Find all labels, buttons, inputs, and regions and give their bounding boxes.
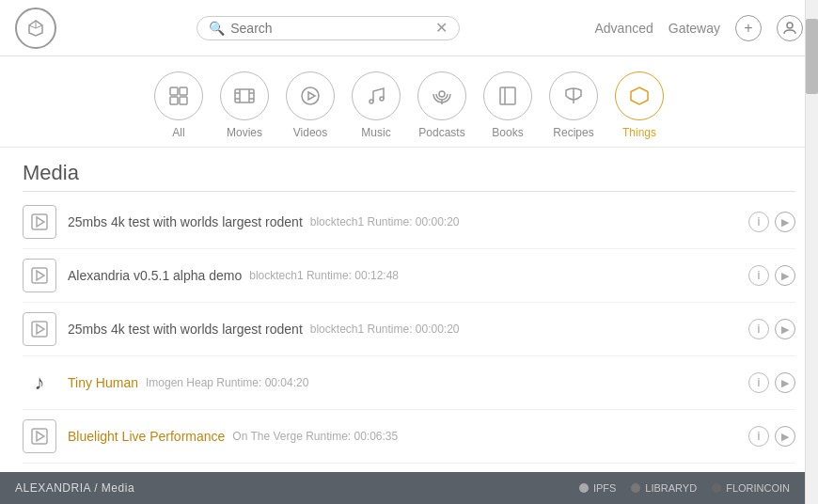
category-icon-things xyxy=(615,71,664,120)
category-item-music[interactable]: Music xyxy=(348,71,404,139)
status-indicator-florincoin: FLORINCOIN xyxy=(712,482,790,494)
svg-point-15 xyxy=(380,97,384,101)
category-item-things[interactable]: Things xyxy=(611,71,668,139)
svg-point-14 xyxy=(370,100,373,103)
svg-rect-5 xyxy=(235,89,254,102)
category-label-movies: Movies xyxy=(227,126,262,139)
category-label-videos: Videos xyxy=(293,126,327,139)
category-icon-all xyxy=(154,71,203,120)
svg-rect-4 xyxy=(180,97,187,104)
category-icon-movies xyxy=(220,71,269,120)
media-item: ♪Tiny HumanImogen Heap Runtime: 00:04:20… xyxy=(23,356,795,410)
status-indicator-libraryd: LIBRARYD xyxy=(631,482,697,494)
status-indicator-ipfs: IPFS xyxy=(579,482,616,494)
info-button[interactable]: i xyxy=(748,319,769,339)
media-icon-music: ♪ xyxy=(23,366,56,400)
svg-marker-20 xyxy=(631,87,648,104)
search-area: 🔍 ✕ xyxy=(62,16,594,40)
media-item: 25mbs 4k test with worlds largest rodent… xyxy=(23,196,795,249)
media-title: Bluelight Live Performance xyxy=(68,429,225,444)
media-meta: On The Verge Runtime: 00:06:35 xyxy=(232,430,398,443)
category-label-things: Things xyxy=(622,126,656,139)
header: 🔍 ✕ Advanced Gateway + xyxy=(0,0,818,56)
status-indicator-label: FLORINCOIN xyxy=(726,482,790,494)
media-list: 25mbs 4k test with worlds largest rodent… xyxy=(23,196,795,474)
breadcrumb: ALEXANDRIA / Media xyxy=(15,481,579,495)
media-meta: blocktech1 Runtime: 00:00:20 xyxy=(310,323,460,336)
category-icon-podcasts xyxy=(417,71,466,120)
scrollbar-thumb[interactable] xyxy=(806,19,818,94)
svg-rect-2 xyxy=(180,87,187,95)
status-indicators: IPFSLIBRARYDFLORINCOIN xyxy=(579,482,790,494)
add-button[interactable]: + xyxy=(735,15,762,41)
status-indicator-label: IPFS xyxy=(593,482,616,494)
media-icon-video xyxy=(23,205,56,239)
svg-marker-27 xyxy=(37,432,44,441)
info-button[interactable]: i xyxy=(748,372,769,393)
media-actions: i▶ xyxy=(748,212,795,232)
svg-marker-13 xyxy=(308,92,315,100)
category-icon-music xyxy=(352,71,401,120)
media-icon-video xyxy=(23,312,56,346)
media-actions: i▶ xyxy=(748,265,795,286)
media-title: 25mbs 4k test with worlds largest rodent xyxy=(68,322,303,337)
search-box: 🔍 ✕ xyxy=(197,16,460,40)
category-label-recipes: Recipes xyxy=(553,126,593,139)
play-button[interactable]: ▶ xyxy=(775,426,795,447)
gateway-link[interactable]: Gateway xyxy=(669,21,720,36)
category-label-books: Books xyxy=(492,126,523,139)
category-label-podcasts: Podcasts xyxy=(418,126,464,139)
media-actions: i▶ xyxy=(748,372,795,393)
svg-point-16 xyxy=(439,91,445,97)
category-item-podcasts[interactable]: Podcasts xyxy=(414,71,470,139)
category-item-all[interactable]: All xyxy=(150,71,207,139)
user-icon[interactable] xyxy=(777,15,803,41)
svg-rect-18 xyxy=(500,87,515,104)
media-actions: i▶ xyxy=(748,426,795,447)
media-item: Bluelight Live PerformanceOn The Verge R… xyxy=(23,410,795,464)
status-dot-indicator xyxy=(712,483,721,493)
svg-rect-3 xyxy=(170,97,178,104)
media-title: 25mbs 4k test with worlds largest rodent xyxy=(68,214,303,229)
svg-point-0 xyxy=(787,23,793,28)
media-item: 25mbs 4k test with worlds largest rodent… xyxy=(23,303,795,356)
search-icon: 🔍 xyxy=(209,21,225,36)
media-meta: Imogen Heap Runtime: 00:04:20 xyxy=(146,376,308,389)
search-clear-icon[interactable]: ✕ xyxy=(435,21,448,36)
svg-marker-21 xyxy=(37,217,44,227)
category-label-all: All xyxy=(172,126,184,139)
info-button[interactable]: i xyxy=(748,265,769,286)
main-content: Media 25mbs 4k test with worlds largest … xyxy=(0,148,818,474)
category-icon-recipes xyxy=(549,71,598,120)
play-button[interactable]: ▶ xyxy=(775,212,795,232)
play-button[interactable]: ▶ xyxy=(775,319,795,339)
category-item-recipes[interactable]: Recipes xyxy=(545,71,602,139)
category-item-videos[interactable]: Videos xyxy=(282,71,338,139)
media-info: 25mbs 4k test with worlds largest rodent… xyxy=(68,214,737,229)
media-title: Alexandria v0.5.1 alpha demo xyxy=(68,268,242,283)
search-input[interactable] xyxy=(230,21,435,36)
category-nav: AllMoviesVideosMusicPodcastsBooksRecipes… xyxy=(0,56,818,148)
status-bar: ALEXANDRIA / Media IPFSLIBRARYDFLORINCOI… xyxy=(0,472,805,504)
play-button[interactable]: ▶ xyxy=(775,265,795,286)
info-button[interactable]: i xyxy=(748,212,769,232)
svg-marker-23 xyxy=(37,271,44,280)
section-title: Media xyxy=(23,148,795,192)
play-button[interactable]: ▶ xyxy=(775,372,795,393)
status-dot-indicator xyxy=(631,483,640,493)
media-info: Bluelight Live PerformanceOn The Verge R… xyxy=(68,429,737,444)
logo-icon[interactable] xyxy=(15,8,56,49)
media-item: Alexandria v0.5.1 alpha demoblocktech1 R… xyxy=(23,249,795,303)
header-right: Advanced Gateway + xyxy=(594,15,803,41)
category-item-movies[interactable]: Movies xyxy=(216,71,273,139)
advanced-link[interactable]: Advanced xyxy=(594,21,653,36)
status-dot-indicator xyxy=(579,483,589,493)
info-button[interactable]: i xyxy=(748,426,769,447)
svg-rect-1 xyxy=(170,87,178,95)
category-icon-videos xyxy=(286,71,335,120)
status-indicator-label: LIBRARYD xyxy=(645,482,697,494)
scrollbar[interactable] xyxy=(805,0,818,504)
category-item-books[interactable]: Books xyxy=(480,71,536,139)
media-meta: blocktech1 Runtime: 00:12:48 xyxy=(249,269,399,282)
media-info: Alexandria v0.5.1 alpha demoblocktech1 R… xyxy=(68,268,737,283)
